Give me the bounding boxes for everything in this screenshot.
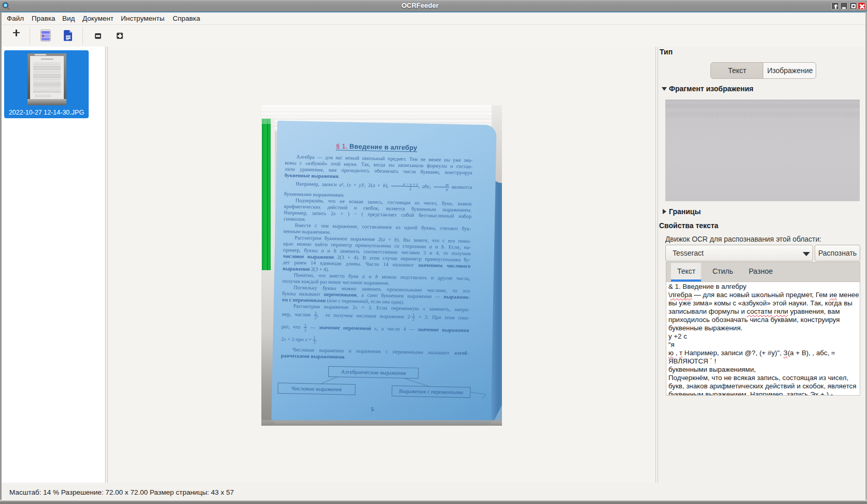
svg-text:R: R [4, 4, 7, 7]
